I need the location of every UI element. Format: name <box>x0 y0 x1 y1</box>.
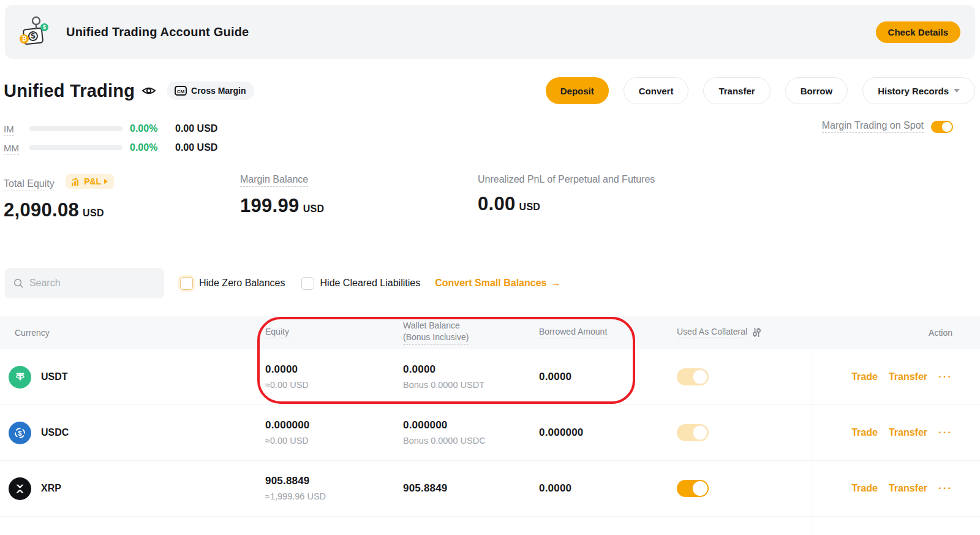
sliders-icon[interactable] <box>752 327 762 338</box>
margin-balance-label: Margin Balance <box>240 174 308 187</box>
borrow-button[interactable]: Borrow <box>785 77 848 104</box>
margin-balance-value: 199.99USD <box>240 195 324 217</box>
total-equity-stat: Total Equity P&L 2,090.08USD <box>4 174 114 221</box>
filters-bar: Hide Zero Balances Hide Cleared Liabilit… <box>5 268 975 298</box>
assets-table: Currency Equity Wallet Balance (Bonus In… <box>0 316 980 517</box>
guide-banner-title: Unified Trading Account Guide <box>66 25 249 39</box>
mm-label: MM <box>4 143 29 153</box>
hide-cleared-liabilities-filter[interactable]: Hide Cleared Liabilities <box>301 277 421 290</box>
collateral-toggle[interactable] <box>677 368 709 385</box>
search-input[interactable] <box>29 278 156 289</box>
chart-up-icon <box>72 178 81 186</box>
coin-name: USDT <box>41 371 68 382</box>
collateral-cell <box>677 424 812 441</box>
check-details-button[interactable]: Check Details <box>876 21 960 43</box>
im-progress-bar <box>29 126 123 131</box>
col-action: Action <box>812 328 980 338</box>
mm-percent: 0.00% <box>130 142 175 153</box>
guide-banner: $ ₿ $ Unified Trading Account Guide Chec… <box>5 5 975 59</box>
currency-cell: $ USDC <box>0 422 265 444</box>
margin-levels: IM 0.00% 0.00 USD MM 0.00% 0.00 USD <box>4 121 217 159</box>
borrowed-amount-cell: 0.0000 <box>539 482 677 495</box>
margin-trading-on-spot-toggle[interactable] <box>931 121 953 133</box>
im-row: IM 0.00% 0.00 USD <box>4 121 217 136</box>
hide-zero-balances-filter[interactable]: Hide Zero Balances <box>180 277 285 290</box>
table-row-usdt: USDT 0.0000 ≈0.00 USD 0.0000 Bonus 0.000… <box>0 349 980 405</box>
action-cell: Trade Transfer ··· <box>812 427 980 439</box>
margin-trading-on-spot: Margin Trading on Spot <box>822 120 953 133</box>
eye-icon[interactable] <box>141 83 157 99</box>
hide-cleared-liabilities-checkbox[interactable] <box>301 277 314 290</box>
pnl-badge[interactable]: P&L <box>66 174 114 189</box>
more-actions-icon[interactable]: ··· <box>938 482 952 495</box>
margin-balance-stat: Margin Balance 199.99USD <box>240 174 324 217</box>
wallet-coins-illustration-icon: $ ₿ $ <box>20 16 51 48</box>
trade-link[interactable]: Trade <box>851 483 878 494</box>
trade-link[interactable]: Trade <box>851 371 878 382</box>
im-label: IM <box>4 124 29 134</box>
usdc-icon: $ <box>9 422 31 444</box>
convert-small-balances-link[interactable]: Convert Small Balances → <box>435 278 560 289</box>
convert-small-balances-label: Convert Small Balances <box>435 278 546 289</box>
equity-cell: 0.000000 ≈0.00 USD <box>265 419 403 446</box>
search-icon <box>13 278 24 289</box>
svg-text:$: $ <box>18 429 22 436</box>
currency-cell: USDT <box>0 366 265 389</box>
currency-cell: XRP <box>0 477 265 500</box>
usdt-icon <box>9 366 31 389</box>
trade-link[interactable]: Trade <box>851 427 878 438</box>
page-title: Unified Trading <box>4 81 135 101</box>
header-actions: Deposit Convert Transfer Borrow History … <box>546 77 975 104</box>
hide-zero-balances-label: Hide Zero Balances <box>199 278 285 289</box>
borrowed-amount-cell: 0.000000 <box>539 427 677 439</box>
im-percent: 0.00% <box>130 123 175 134</box>
deposit-button[interactable]: Deposit <box>546 77 609 104</box>
equity-cell: 905.8849 ≈1,999.96 USD <box>265 475 403 502</box>
coin-name: XRP <box>41 483 61 494</box>
more-actions-icon[interactable]: ··· <box>938 371 952 383</box>
magnifier-icon <box>29 16 43 31</box>
col-currency: Currency <box>0 328 265 338</box>
wallet-balance-cell: 0.000000 Bonus 0.0000 USDC <box>403 419 539 446</box>
history-records-label: History Records <box>878 86 949 96</box>
im-amount: 0.00 USD <box>175 123 217 134</box>
unified-trading-page: $ ₿ $ Unified Trading Account Guide Chec… <box>0 0 980 535</box>
col-borrowed-amount: Borrowed Amount <box>539 327 677 338</box>
wallet-balance-cell: 905.8849 <box>403 482 539 495</box>
hide-cleared-liabilities-label: Hide Cleared Liabilities <box>320 278 421 289</box>
history-records-button[interactable]: History Records <box>862 77 975 104</box>
action-cell: Trade Transfer ··· <box>812 482 980 495</box>
action-cell: Trade Transfer ··· <box>812 371 980 383</box>
total-equity-value: 2,090.08USD <box>4 199 114 221</box>
chevron-down-icon <box>954 89 960 93</box>
total-equity-label: Total Equity <box>4 178 55 191</box>
transfer-link[interactable]: Transfer <box>889 483 927 494</box>
cross-margin-badge[interactable]: CM Cross Margin <box>167 82 254 100</box>
hide-zero-balances-checkbox[interactable] <box>180 277 193 290</box>
arrow-right-icon: → <box>551 278 560 289</box>
search-box[interactable] <box>5 268 164 298</box>
collateral-toggle[interactable] <box>677 424 709 441</box>
pnl-badge-label: P&L <box>84 176 101 186</box>
transfer-link[interactable]: Transfer <box>889 427 927 438</box>
col-equity: Equity <box>265 327 403 338</box>
transfer-button[interactable]: Transfer <box>703 77 770 104</box>
wallet-balance-cell: 0.0000 Bonus 0.0000 USDT <box>403 363 539 390</box>
col-wallet-balance: Wallet Balance (Bonus Inclusive) <box>403 320 539 345</box>
borrowed-amount-cell: 0.0000 <box>539 371 677 383</box>
equity-cell: 0.0000 ≈0.00 USD <box>265 363 403 390</box>
table-row-xrp: XRP 905.8849 ≈1,999.96 USD 905.8849 0.00… <box>0 461 980 517</box>
mm-amount: 0.00 USD <box>175 142 217 153</box>
page-header: Unified Trading CM Cross Margin Deposit … <box>4 76 975 105</box>
convert-button[interactable]: Convert <box>624 77 689 104</box>
unrealized-pnl-label: Unrealized PnL of Perpetual and Futures <box>478 174 655 185</box>
collateral-cell <box>677 368 812 385</box>
coin-name: USDC <box>41 427 69 438</box>
svg-text:CM: CM <box>177 89 185 94</box>
cm-icon: CM <box>175 86 187 96</box>
more-actions-icon[interactable]: ··· <box>938 427 952 439</box>
transfer-link[interactable]: Transfer <box>889 371 927 382</box>
table-row-usdc: $ USDC 0.000000 ≈0.00 USD 0.000000 Bonus… <box>0 405 980 461</box>
unrealized-pnl-stat: Unrealized PnL of Perpetual and Futures … <box>478 174 655 215</box>
collateral-toggle[interactable] <box>677 480 709 497</box>
